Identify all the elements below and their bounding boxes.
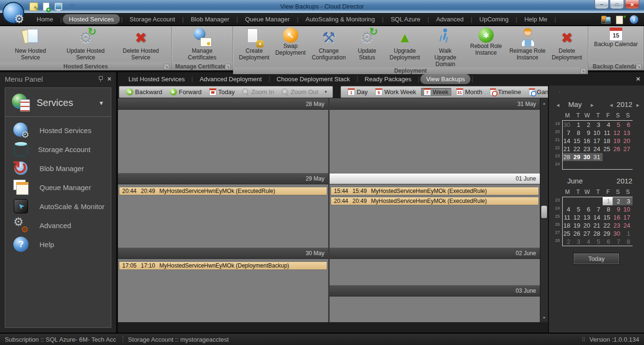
day-19[interactable]: 19 <box>573 221 583 230</box>
day-9[interactable]: 9 <box>613 205 623 213</box>
day-5[interactable]: 5 <box>573 205 583 213</box>
day-18[interactable]: 18 <box>563 221 573 230</box>
day-12[interactable]: 12 <box>573 213 583 221</box>
info-icon[interactable] <box>630 15 638 24</box>
scrollbar-thumb[interactable] <box>541 206 547 218</box>
day-3[interactable]: 3 <box>623 197 633 205</box>
day-24[interactable]: 24 <box>623 221 633 230</box>
day-7[interactable]: 7 <box>593 205 603 213</box>
day-16[interactable]: 16 <box>583 137 593 145</box>
day-4[interactable]: 4 <box>603 121 613 129</box>
group-expand-icon[interactable] <box>164 64 169 69</box>
day-18[interactable]: 18 <box>603 137 613 145</box>
day-17[interactable]: 17 <box>623 213 633 221</box>
tab-choose-deployment-stack[interactable]: Choose Deployment Stack <box>271 74 356 84</box>
toolbar-button-month[interactable]: Month <box>453 88 485 96</box>
services-section-header[interactable]: Services <box>5 92 111 117</box>
day-25[interactable]: 25 <box>563 230 573 238</box>
sidebar-item-storage-account[interactable]: Storage Account <box>5 140 111 159</box>
tab-ready-packages[interactable]: Ready Packages <box>359 74 417 84</box>
day-6[interactable]: 6 <box>583 205 593 213</box>
day-6[interactable]: 6 <box>603 238 613 246</box>
toolbar-button-backward[interactable]: Backward <box>123 88 165 96</box>
day-22[interactable]: 22 <box>573 145 583 153</box>
ribbon-button-manage-certificates[interactable]: Manage Certificates <box>176 28 229 61</box>
prev-month-icon[interactable] <box>555 100 561 108</box>
day-10[interactable]: 10 <box>623 205 633 213</box>
close-tab-icon[interactable] <box>636 75 640 83</box>
nav-item-hosted-services[interactable]: Hosted Services <box>63 14 120 24</box>
day-8[interactable]: 8 <box>623 238 633 246</box>
ribbon-button-reimage-role-instance[interactable]: Reimage Role Instance <box>507 28 548 61</box>
nav-item-advanced[interactable]: Advanced <box>430 14 470 24</box>
day-20[interactable]: 20 <box>583 221 593 230</box>
day-23[interactable]: 23 <box>613 221 623 230</box>
day-13[interactable]: 13 <box>623 129 633 137</box>
day-15[interactable]: 15 <box>573 137 583 145</box>
toolbar-button-forward[interactable]: Forward <box>167 88 205 96</box>
day-2[interactable]: 2 <box>613 197 623 205</box>
day-1[interactable]: 1 <box>573 121 583 129</box>
day-1[interactable]: 1 <box>603 197 613 205</box>
ribbon-button-change-configuration[interactable]: Change Configuration <box>310 28 348 61</box>
day-7[interactable]: 7 <box>613 238 623 246</box>
group-expand-icon[interactable] <box>636 64 642 69</box>
day-22[interactable]: 22 <box>603 221 613 230</box>
sidebar-item-hosted-services[interactable]: Hosted Services <box>5 121 111 140</box>
sidebar-item-queue-manager[interactable]: Queue Manager <box>5 178 111 197</box>
day-6[interactable]: 6 <box>623 121 633 129</box>
day-23[interactable]: 23 <box>583 145 593 153</box>
ribbon-button-create-deployment[interactable]: Create Deployment <box>237 28 272 61</box>
day-body[interactable]: 17:0517:10MyHostedServiceHwnEyMOk (Deplo… <box>118 259 328 322</box>
close-icon[interactable] <box>107 75 111 83</box>
day-27[interactable]: 27 <box>583 230 593 238</box>
day-header[interactable]: 30 May <box>118 248 328 259</box>
group-expand-icon[interactable] <box>225 64 231 69</box>
day-9[interactable]: 9 <box>583 129 593 137</box>
day-body[interactable]: 20:4420:49MyHostedServiceHwnEyMOk (Execu… <box>118 184 328 248</box>
day-16[interactable]: 16 <box>613 213 623 221</box>
day-5[interactable]: 5 <box>593 238 603 246</box>
day-4[interactable]: 4 <box>563 205 573 213</box>
toolbar-button-today[interactable]: Today <box>206 88 238 96</box>
send-page-icon[interactable] <box>615 15 625 24</box>
pin-icon[interactable] <box>98 76 103 82</box>
next-year-icon[interactable] <box>634 100 641 108</box>
scroll-down-icon[interactable] <box>540 314 548 321</box>
day-header[interactable]: 31 May <box>330 98 540 110</box>
nav-item-home[interactable]: Home <box>30 14 59 24</box>
sidebar-item-advanced[interactable]: Advanced <box>5 216 111 235</box>
day-3[interactable]: 3 <box>573 238 583 246</box>
day-3[interactable]: 3 <box>593 121 603 129</box>
dropdown-arrow-icon[interactable] <box>556 90 562 94</box>
tab-advanced-deployment[interactable]: Advanced Deployment <box>194 74 268 84</box>
day-20[interactable]: 20 <box>623 137 633 145</box>
ribbon-button-upgrade-deployment[interactable]: Upgrade Deployment <box>386 28 424 61</box>
sidebar-item-help[interactable]: Help <box>5 235 111 254</box>
day-21[interactable]: 21 <box>563 145 573 153</box>
nav-item-help-me[interactable]: Help Me <box>518 14 553 24</box>
sidebar-item-autoscale-monitor[interactable]: AutoScale & Monitor <box>5 197 111 216</box>
day-10[interactable]: 10 <box>593 129 603 137</box>
day-8[interactable]: 8 <box>603 205 613 213</box>
day-body[interactable] <box>330 297 540 323</box>
toolbar-button-day[interactable]: Day <box>345 88 371 96</box>
day-30[interactable]: 30 <box>563 121 573 129</box>
day-4[interactable]: 4 <box>583 238 593 246</box>
day-24[interactable]: 24 <box>593 145 603 153</box>
chevron-down-icon[interactable] <box>98 98 104 107</box>
day-2[interactable]: 2 <box>583 121 593 129</box>
day-17[interactable]: 17 <box>593 137 603 145</box>
prev-year-icon[interactable] <box>608 100 615 108</box>
day-31[interactable]: 31 <box>593 153 603 161</box>
tab-view-backups[interactable]: View Backups <box>420 74 470 84</box>
nav-item-blob-manager[interactable]: Blob Manager <box>185 14 235 24</box>
group-expand-icon[interactable] <box>580 68 586 74</box>
day-11[interactable]: 11 <box>563 213 573 221</box>
nav-item-upcoming[interactable]: UpComing <box>473 14 515 24</box>
sidebar-item-blob-manager[interactable]: Blob Manager <box>5 159 111 178</box>
day-body[interactable] <box>330 259 540 285</box>
day-19[interactable]: 19 <box>613 137 623 145</box>
day-header[interactable]: 02 June <box>330 248 540 259</box>
day-27[interactable]: 27 <box>623 145 633 153</box>
